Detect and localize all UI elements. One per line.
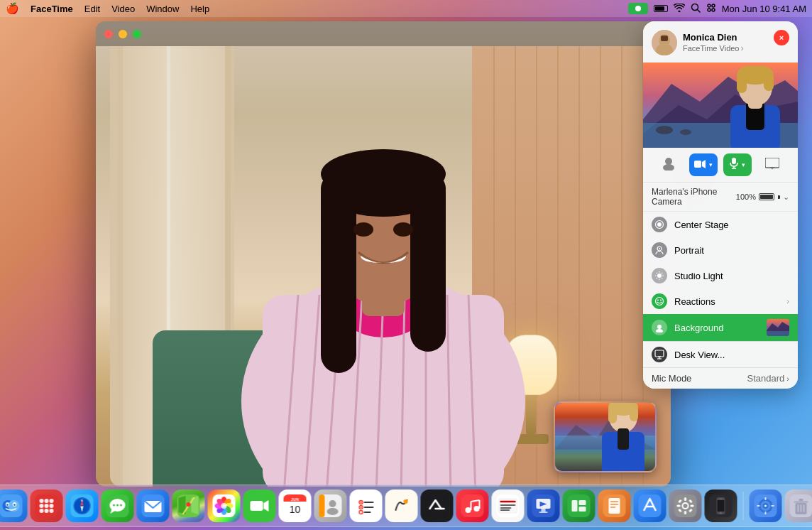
svg-rect-33 bbox=[630, 406, 638, 421]
video-icon bbox=[694, 158, 706, 171]
svg-rect-212 bbox=[794, 501, 808, 503]
svg-point-199 bbox=[720, 512, 722, 514]
dock-icon-safari[interactable]: N bbox=[66, 490, 99, 522]
share-screen-button[interactable] bbox=[758, 153, 786, 176]
svg-text:10: 10 bbox=[290, 504, 301, 515]
menu-item-background[interactable]: Background bbox=[643, 314, 798, 341]
svg-point-103 bbox=[50, 509, 54, 513]
svg-rect-198 bbox=[718, 500, 725, 512]
svg-line-74 bbox=[657, 278, 657, 278]
svg-rect-175 bbox=[568, 494, 591, 517]
dock-icon-reminders[interactable] bbox=[350, 490, 383, 522]
svg-point-77 bbox=[660, 300, 662, 301]
camera-label: Marlena's iPhone Camera bbox=[652, 187, 736, 207]
svg-rect-190 bbox=[677, 505, 681, 507]
svg-point-66 bbox=[657, 274, 662, 278]
svg-point-95 bbox=[40, 499, 44, 503]
svg-rect-191 bbox=[691, 505, 694, 507]
menu-window[interactable]: Window bbox=[146, 4, 179, 14]
mic-button[interactable]: ▾ bbox=[723, 153, 752, 176]
svg-rect-23 bbox=[410, 174, 446, 352]
svg-rect-177 bbox=[579, 500, 586, 505]
close-button[interactable] bbox=[104, 30, 113, 38]
person-main bbox=[206, 46, 561, 487]
desk-view-label: Desk View... bbox=[674, 350, 789, 360]
reactions-label: Reactions bbox=[674, 296, 779, 307]
svg-rect-172 bbox=[542, 509, 546, 512]
svg-line-73 bbox=[662, 273, 662, 274]
maximize-button[interactable] bbox=[133, 30, 141, 38]
svg-rect-142 bbox=[319, 494, 325, 517]
dock-icon-iphone-mirroring[interactable] bbox=[705, 490, 737, 522]
facetime-record-indicator bbox=[628, 3, 648, 14]
dock-icon-numbers[interactable] bbox=[563, 490, 596, 522]
dock-icon-launchpad[interactable] bbox=[31, 490, 63, 522]
svg-text:N: N bbox=[81, 499, 83, 502]
menu-item-portrait[interactable]: Portrait bbox=[643, 237, 798, 263]
svg-rect-145 bbox=[355, 494, 378, 517]
dock-icon-appstore[interactable] bbox=[634, 490, 666, 522]
svg-point-187 bbox=[684, 504, 688, 508]
battery-area: 100% ⌄ bbox=[736, 193, 789, 202]
svg-point-79 bbox=[656, 329, 663, 332]
mic-mode-label: Mic Mode bbox=[652, 373, 691, 384]
center-stage-icon bbox=[652, 217, 667, 232]
dock-icon-calendar[interactable]: JUN 10 bbox=[279, 490, 312, 522]
dock-icon-freeform[interactable] bbox=[385, 490, 418, 522]
battery-fill bbox=[760, 195, 773, 199]
mic-mode-row[interactable]: Mic Mode Standard › bbox=[643, 368, 798, 389]
svg-point-44 bbox=[680, 129, 691, 135]
dock-icon-news[interactable] bbox=[492, 490, 525, 522]
svg-text:JUN: JUN bbox=[291, 497, 299, 502]
minimize-button[interactable] bbox=[119, 30, 127, 38]
dock-icon-mail[interactable] bbox=[137, 490, 170, 522]
menu-item-reactions[interactable]: Reactions › bbox=[643, 288, 798, 314]
dock-icon-facetime[interactable] bbox=[243, 490, 276, 522]
video-button[interactable]: ▾ bbox=[689, 153, 718, 176]
control-center-icon[interactable] bbox=[706, 3, 716, 15]
search-icon[interactable] bbox=[691, 3, 701, 15]
dock-icon-pages[interactable] bbox=[598, 490, 631, 522]
dock-icon-contacts[interactable] bbox=[314, 490, 347, 522]
battery-icon bbox=[654, 5, 668, 12]
menu-edit[interactable]: Edit bbox=[84, 4, 100, 14]
desk-view-icon bbox=[652, 347, 667, 362]
svg-point-144 bbox=[327, 508, 339, 515]
camera-row: Marlena's iPhone Camera 100% ⌄ bbox=[643, 183, 798, 212]
person-button[interactable] bbox=[654, 153, 683, 176]
dock-icon-privacy[interactable] bbox=[750, 490, 782, 522]
svg-point-101 bbox=[40, 509, 44, 513]
dock-icon-settings[interactable] bbox=[669, 490, 702, 522]
svg-rect-176 bbox=[572, 500, 578, 512]
dock-icon-trash[interactable] bbox=[785, 490, 813, 522]
dock-icon-finder[interactable] bbox=[0, 490, 28, 522]
app-name[interactable]: FaceTime bbox=[31, 4, 73, 14]
pip-video[interactable] bbox=[554, 401, 657, 472]
svg-point-43 bbox=[656, 126, 673, 134]
menu-help[interactable]: Help bbox=[190, 4, 209, 14]
dock-icon-keynote[interactable] bbox=[527, 490, 560, 522]
svg-rect-83 bbox=[655, 350, 664, 357]
dock-icon-music[interactable] bbox=[456, 490, 489, 522]
svg-marker-55 bbox=[702, 160, 706, 168]
svg-point-96 bbox=[45, 499, 49, 503]
camera-expand-icon[interactable]: ⌄ bbox=[783, 193, 789, 202]
facetime-panel: Monica Dien FaceTime Video › × bbox=[643, 21, 798, 389]
svg-point-52 bbox=[665, 158, 672, 165]
svg-point-24 bbox=[321, 149, 446, 199]
dock-icon-photos[interactable] bbox=[208, 490, 241, 522]
contact-avatar bbox=[652, 30, 677, 55]
apple-menu[interactable]: 🍎 bbox=[6, 2, 19, 15]
subtitle-arrow: › bbox=[740, 43, 743, 53]
dock-icon-appletv[interactable] bbox=[421, 490, 454, 522]
dock-separator bbox=[743, 492, 744, 520]
dock-icon-maps[interactable] bbox=[172, 490, 205, 522]
svg-marker-121 bbox=[192, 496, 199, 514]
svg-point-115 bbox=[120, 504, 122, 507]
menu-item-studio-light[interactable]: Studio Light bbox=[643, 263, 798, 288]
menu-item-desk-view[interactable]: Desk View... bbox=[643, 342, 798, 367]
dock-icon-messages[interactable] bbox=[102, 490, 134, 522]
menu-item-center-stage[interactable]: Center Stage bbox=[643, 212, 798, 237]
menu-video[interactable]: Video bbox=[111, 4, 135, 14]
panel-close-button[interactable]: × bbox=[774, 30, 789, 45]
